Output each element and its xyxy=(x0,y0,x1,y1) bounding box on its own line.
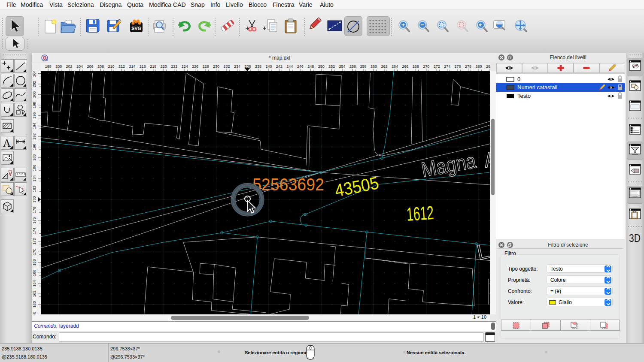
svg-text:258: 258 xyxy=(360,64,366,69)
svg-text:230: 230 xyxy=(213,64,219,69)
svg-text:160: 160 xyxy=(32,301,36,308)
svg-text:270: 270 xyxy=(423,64,429,69)
svg-text:232: 232 xyxy=(223,64,230,69)
svg-text:c:command: c:command xyxy=(631,196,639,197)
svg-text:202: 202 xyxy=(66,64,73,69)
svg-text:198: 198 xyxy=(32,102,36,108)
svg-text:176: 176 xyxy=(32,217,36,223)
svg-text:208: 208 xyxy=(97,64,104,69)
svg-text:240: 240 xyxy=(265,64,272,69)
svg-text:260: 260 xyxy=(371,64,377,69)
svg-text:222: 222 xyxy=(171,64,177,69)
svg-text:256: 256 xyxy=(349,64,356,69)
svg-text:164: 164 xyxy=(32,280,36,287)
svg-text:202: 202 xyxy=(32,81,36,87)
svg-text:200: 200 xyxy=(32,91,36,98)
svg-text:274: 274 xyxy=(444,64,450,69)
svg-text:190: 190 xyxy=(32,144,36,150)
svg-text:252: 252 xyxy=(328,64,335,69)
svg-text:212: 212 xyxy=(118,64,125,69)
svg-text:166: 166 xyxy=(32,270,36,276)
svg-text:278: 278 xyxy=(465,64,471,69)
svg-text:Elenco dei livelli: Elenco dei livelli xyxy=(550,54,586,60)
svg-text:214: 214 xyxy=(129,64,135,69)
svg-text:A: A xyxy=(3,137,11,149)
svg-text:206: 206 xyxy=(87,64,93,69)
svg-text:196: 196 xyxy=(32,112,36,119)
svg-text:226: 226 xyxy=(192,64,198,69)
svg-text:276: 276 xyxy=(455,64,461,69)
svg-text:168: 168 xyxy=(32,259,36,265)
svg-text:Filtro di selezione: Filtro di selezione xyxy=(548,242,588,248)
svg-text:262: 262 xyxy=(381,64,387,69)
svg-text:170: 170 xyxy=(32,249,36,255)
svg-text:200: 200 xyxy=(55,64,62,69)
svg-text:234: 234 xyxy=(234,64,240,69)
svg-text:280: 280 xyxy=(476,64,482,69)
svg-text:180: 180 xyxy=(32,196,36,202)
svg-text:254: 254 xyxy=(339,64,346,69)
svg-text:174: 174 xyxy=(32,228,36,234)
svg-text:SVG: SVG xyxy=(131,26,141,31)
svg-text:188: 188 xyxy=(32,154,36,161)
svg-text:52563692: 52563692 xyxy=(252,175,324,194)
svg-text:210: 210 xyxy=(108,64,114,69)
svg-text:272: 272 xyxy=(434,64,440,69)
svg-text:204: 204 xyxy=(32,71,36,77)
svg-text:264: 264 xyxy=(392,64,398,69)
svg-text:244: 244 xyxy=(286,64,293,69)
svg-text:172: 172 xyxy=(32,238,36,244)
svg-text:282: 282 xyxy=(486,64,490,69)
svg-text:220: 220 xyxy=(161,64,167,69)
svg-text:266: 266 xyxy=(402,64,408,69)
svg-text:194: 194 xyxy=(32,123,36,129)
svg-text:218: 218 xyxy=(150,64,156,69)
svg-text:182: 182 xyxy=(32,186,36,192)
svg-text:184: 184 xyxy=(32,175,36,182)
svg-text:162: 162 xyxy=(32,291,36,297)
svg-text:198: 198 xyxy=(45,64,52,69)
svg-text:204: 204 xyxy=(76,64,83,69)
svg-text:268: 268 xyxy=(413,64,419,69)
svg-text:3D: 3D xyxy=(629,232,641,244)
svg-text:178: 178 xyxy=(32,207,36,213)
svg-text:192: 192 xyxy=(32,133,36,140)
svg-text:216: 216 xyxy=(140,64,146,69)
svg-text:238: 238 xyxy=(255,64,261,69)
svg-text:250: 250 xyxy=(318,64,325,69)
svg-text:242: 242 xyxy=(276,64,283,69)
svg-text:228: 228 xyxy=(203,64,209,69)
svg-text:186: 186 xyxy=(32,165,36,171)
svg-text:248: 248 xyxy=(307,64,314,69)
svg-text:1612: 1612 xyxy=(406,202,434,225)
svg-text:236: 236 xyxy=(244,64,251,69)
svg-text:246: 246 xyxy=(297,64,304,69)
svg-text:224: 224 xyxy=(182,64,188,69)
